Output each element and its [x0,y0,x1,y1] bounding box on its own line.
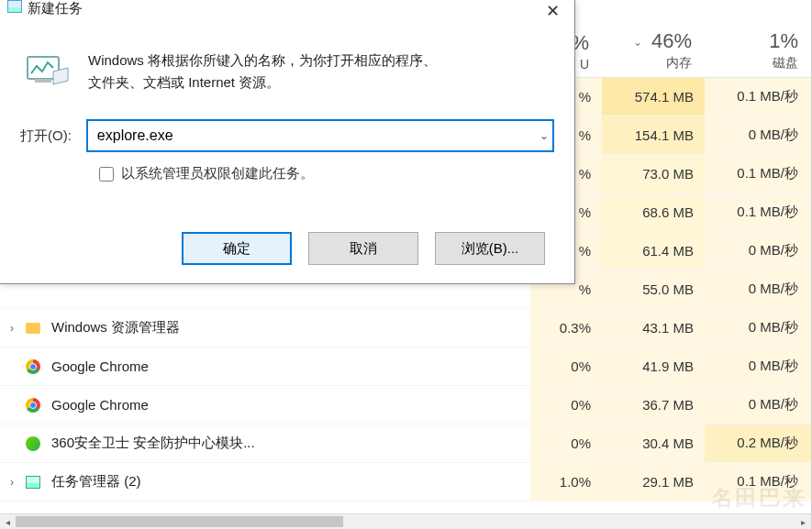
cancel-button[interactable]: 取消 [308,232,418,265]
memory-percent: 46% [651,29,692,52]
disk-label: 磁盘 [705,55,798,72]
cpu-cell: 0% [530,347,602,385]
memory-cell: 73.0 MB [602,155,705,193]
svg-rect-1 [35,79,51,83]
disk-percent: 1% [705,29,798,53]
process-icon [24,358,42,376]
ok-button[interactable]: 确定 [182,232,292,265]
disk-cell: 0 MB/秒 [705,386,811,424]
memory-cell: 30.4 MB [602,424,705,462]
memory-cell: 574.1 MB [602,78,705,116]
disk-cell: 0.2 MB/秒 [705,424,811,462]
process-icon [24,473,42,491]
disk-cell: 0.1 MB/秒 [705,193,811,231]
scroll-left-icon[interactable]: ◂ [0,514,16,530]
process-icon [24,435,42,453]
expand-icon[interactable]: › [0,476,24,489]
memory-label: 内存 [602,55,692,72]
scroll-thumb[interactable] [16,516,343,527]
browse-button[interactable]: 浏览(B)... [435,232,545,265]
disk-cell: 0 MB/秒 [705,347,811,385]
disk-cell: 0.1 MB/秒 [705,155,811,193]
cpu-cell: 0% [530,386,602,424]
memory-cell: 68.6 MB [602,193,705,231]
memory-cell: 41.9 MB [602,347,705,385]
disk-cell: 0.1 MB/秒 [705,78,811,116]
memory-cell: 29.1 MB [602,463,705,501]
disk-cell: 0 MB/秒 [705,270,811,308]
table-row[interactable]: ›Windows 资源管理器0.3%43.1 MB0 MB/秒 [0,309,811,347]
process-name: Windows 资源管理器 [51,319,530,336]
memory-cell: 36.7 MB [602,386,705,424]
memory-cell: 61.4 MB [602,232,705,270]
scroll-right-icon[interactable]: ▸ [795,514,811,530]
process-name: 360安全卫士 安全防护中心模块... [51,435,530,452]
new-task-dialog: 新建任务 Windows 将根据你所键入的名称，为你打开相应的程序、 文件夹、文… [0,0,575,284]
run-dialog-icon [26,50,70,86]
horizontal-scrollbar[interactable]: ◂ ▸ [0,513,811,529]
disk-cell: 0 MB/秒 [705,232,811,270]
memory-cell: 55.0 MB [602,270,705,308]
open-combobox[interactable]: ⌄ [86,119,554,152]
disk-cell: 0 MB/秒 [705,116,811,154]
memory-cell: 43.1 MB [602,309,705,347]
process-icon [24,396,42,414]
table-row[interactable]: Google Chrome0%36.7 MB0 MB/秒 [0,386,811,424]
cpu-cell: 0% [530,424,602,462]
admin-checkbox[interactable] [99,167,114,182]
process-name: Google Chrome [51,358,530,374]
disk-cell: 0 MB/秒 [705,309,811,347]
table-row[interactable]: ›任务管理器 (2)1.0%29.1 MB0.1 MB/秒 [0,463,811,501]
dialog-title: 新建任务 [28,0,83,17]
table-row[interactable]: 360安全卫士 安全防护中心模块...0%30.4 MB0.2 MB/秒 [0,424,811,463]
run-app-icon [7,0,22,13]
expand-icon[interactable]: › [0,322,24,335]
disk-cell: 0.1 MB/秒 [705,463,811,501]
col-memory[interactable]: ⌄46% 内存 [602,22,705,77]
cpu-cell: 0.3% [530,309,602,347]
dialog-description: Windows 将根据你所键入的名称，为你打开相应的程序、 文件夹、文档或 In… [88,50,437,94]
chevron-down-icon: ⌄ [633,36,642,49]
open-label: 打开(O): [20,127,72,145]
close-button[interactable] [530,0,574,26]
admin-label: 以系统管理员权限创建此任务。 [121,165,314,182]
dialog-titlebar[interactable]: 新建任务 [0,0,574,26]
cpu-cell: 1.0% [530,463,602,501]
process-icon [24,319,42,337]
col-disk[interactable]: 1% 磁盘 [705,22,811,77]
process-name: Google Chrome [51,397,530,413]
memory-cell: 154.1 MB [602,116,705,154]
process-name: 任务管理器 (2) [51,473,530,490]
table-row[interactable]: Google Chrome0%41.9 MB0 MB/秒 [0,347,811,386]
open-input[interactable] [86,119,554,152]
